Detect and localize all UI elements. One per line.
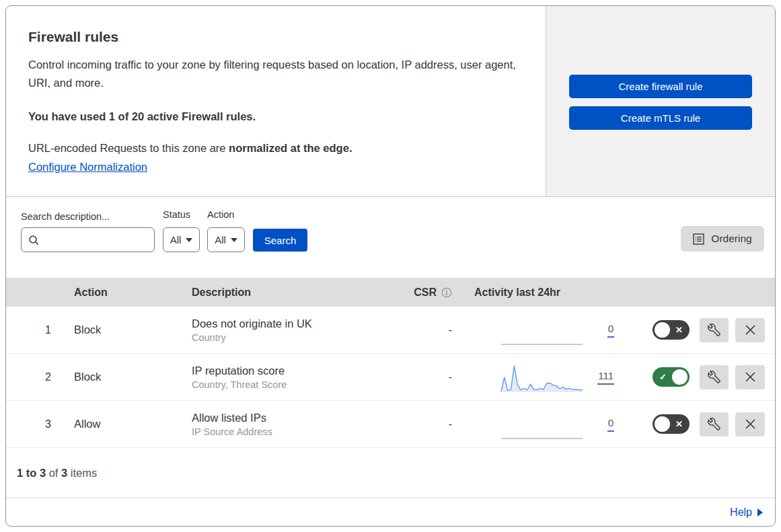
help-arrow-icon (757, 508, 763, 517)
activity-sparkline (500, 362, 584, 393)
table-row: 3 Allow Allow listed IPs IP Source Addre… (6, 401, 775, 448)
rule-controls: ✕ (619, 412, 775, 436)
items-total: 3 (61, 467, 67, 479)
rule-priority: 1 (6, 324, 74, 336)
rule-description-cell: Does not originate in UK Country (192, 317, 407, 343)
description-column-header: Description (192, 287, 407, 299)
toggle-knob (672, 369, 687, 385)
rule-action: Block (74, 371, 192, 383)
toggle-knob (655, 416, 670, 432)
table-row: 2 Block IP reputation score Country, Thr… (6, 354, 775, 401)
firewall-rules-card: Firewall rules Control incoming traffic … (5, 5, 776, 527)
toggle-state-icon: ✕ (675, 420, 683, 428)
rule-csr-value: - (407, 418, 464, 430)
status-filter-label: Status (163, 209, 190, 220)
delete-rule-button[interactable] (735, 412, 765, 436)
items-range: 1 to 3 (17, 467, 46, 479)
usage-summary: You have used 1 of 20 active Firewall ru… (28, 110, 519, 123)
chevron-down-icon (231, 238, 237, 242)
activity-count-link[interactable]: 0 (607, 417, 614, 432)
rule-criteria: Country (192, 332, 407, 343)
rule-controls: ✕ (619, 318, 775, 342)
page-title: Firewall rules (28, 29, 519, 45)
activity-sparkline (500, 409, 584, 440)
rule-priority: 3 (6, 418, 74, 430)
of-text: of (46, 467, 61, 479)
rule-csr-value: - (407, 324, 464, 336)
create-firewall-rule-button[interactable]: Create firewall rule (569, 75, 752, 98)
delete-rule-button[interactable] (735, 318, 765, 342)
edit-rule-button[interactable] (700, 365, 729, 389)
rule-criteria: IP Source Address (192, 426, 407, 437)
help-link[interactable]: Help (730, 506, 763, 519)
list-ordering-icon (693, 233, 704, 245)
rule-criteria: Country, Threat Score (192, 379, 407, 390)
rule-csr-value: - (407, 371, 464, 383)
status-dropdown-value: All (170, 234, 182, 245)
ordering-button-label: Ordering (711, 233, 751, 245)
activity-count-link[interactable]: 111 (597, 370, 614, 385)
normalization-bold: normalized at the edge. (229, 142, 352, 154)
wrench-icon (708, 324, 720, 336)
info-icon[interactable] (441, 287, 452, 298)
action-dropdown[interactable]: All (207, 227, 245, 252)
pagination-summary: 1 to 3 of 3 items (6, 448, 775, 498)
edit-rule-button[interactable] (700, 412, 729, 436)
activity-sparkline (500, 315, 584, 346)
help-label: Help (730, 506, 752, 519)
rule-description: Does not originate in UK (192, 317, 407, 330)
rule-enabled-toggle[interactable]: ✕ (653, 414, 690, 434)
rule-activity-cell: 0 (464, 401, 619, 447)
toggle-state-icon: ✓ (659, 373, 667, 381)
csr-column-header: CSR (407, 287, 464, 299)
close-icon (745, 371, 756, 383)
page-description: Control incoming traffic to your zone by… (28, 56, 519, 91)
close-icon (745, 324, 756, 336)
action-dropdown-value: All (215, 234, 226, 245)
ordering-button[interactable]: Ordering (681, 226, 764, 252)
action-column-header: Action (74, 287, 192, 299)
search-label: Search description... (21, 211, 110, 222)
wrench-icon (708, 371, 720, 383)
rule-activity-cell: 111 (464, 354, 619, 400)
rule-controls: ✓ (619, 365, 775, 389)
help-bar: Help (6, 498, 775, 527)
search-icon (28, 235, 39, 245)
rule-description-cell: Allow listed IPs IP Source Address (192, 412, 407, 437)
activity-count-link[interactable]: 0 (607, 323, 614, 338)
edit-rule-button[interactable] (700, 318, 729, 342)
header-section: Firewall rules Control incoming traffic … (6, 6, 775, 197)
rule-action: Allow (74, 418, 192, 430)
items-text: items (67, 467, 97, 479)
close-icon (745, 418, 756, 430)
table-row: 1 Block Does not originate in UK Country… (6, 307, 775, 354)
rule-description: Allow listed IPs (192, 412, 407, 424)
toggle-state-icon: ✕ (675, 326, 683, 334)
toggle-knob (655, 322, 670, 338)
configure-normalization-link[interactable]: Configure Normalization (28, 161, 147, 174)
csr-header-label: CSR (414, 287, 437, 299)
filter-bar: Search description... Status All Action … (6, 197, 775, 278)
normalization-note: URL-encoded Requests to this zone are no… (28, 142, 519, 155)
create-mtls-rule-button[interactable]: Create mTLS rule (569, 106, 752, 130)
rule-enabled-toggle[interactable]: ✓ (653, 367, 690, 387)
rule-priority: 2 (6, 371, 74, 383)
rule-description-cell: IP reputation score Country, Threat Scor… (192, 365, 407, 390)
normalization-text: URL-encoded Requests to this zone are (28, 142, 229, 154)
delete-rule-button[interactable] (735, 365, 765, 389)
activity-column-header: Activity last 24hr (464, 287, 619, 299)
chevron-down-icon (186, 238, 192, 242)
search-button[interactable]: Search (253, 229, 307, 252)
table-header: Action Description CSR Activity last 24h… (6, 278, 775, 307)
action-filter-label: Action (207, 209, 234, 220)
search-field[interactable] (44, 235, 165, 245)
wrench-icon (708, 418, 720, 430)
rule-activity-cell: 0 (464, 307, 619, 353)
rule-action: Block (74, 324, 192, 336)
header-text-block: Firewall rules Control incoming traffic … (6, 6, 546, 196)
status-dropdown[interactable]: All (163, 227, 200, 252)
rule-enabled-toggle[interactable]: ✕ (653, 320, 690, 340)
rule-description: IP reputation score (192, 365, 407, 377)
search-input[interactable] (21, 227, 155, 252)
actions-panel: Create firewall rule Create mTLS rule (546, 6, 775, 196)
